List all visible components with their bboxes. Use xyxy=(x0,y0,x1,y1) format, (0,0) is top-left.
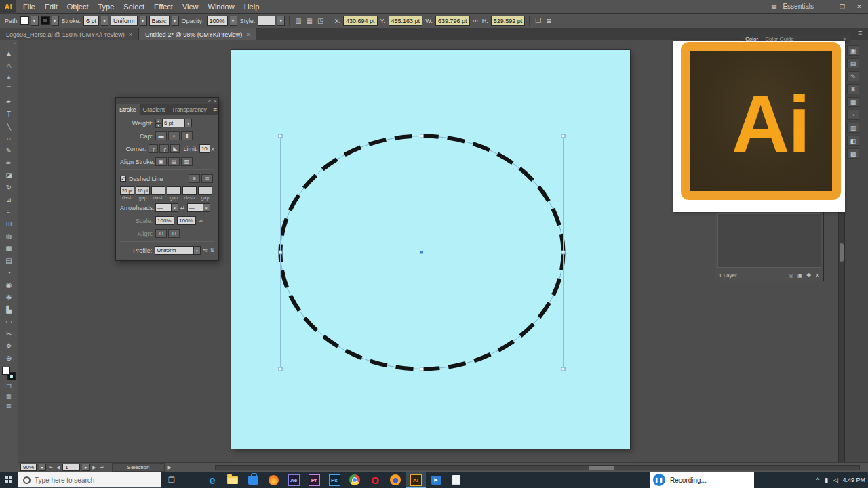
link-scale-icon[interactable]: ∞ xyxy=(199,218,203,224)
menu-object[interactable]: Object xyxy=(62,0,94,14)
butt-cap-button[interactable]: ▬ xyxy=(155,131,167,140)
menu-view[interactable]: View xyxy=(178,0,203,14)
draw-normal-mode-icon[interactable]: ❐ xyxy=(0,382,18,391)
recording-notification[interactable]: ❚❚ Recording... xyxy=(650,472,754,488)
dock-panel-icon-stroke[interactable]: ▦ xyxy=(847,97,859,107)
opacity-field[interactable]: 100% xyxy=(207,16,228,26)
zoom-level-field[interactable]: 90% xyxy=(20,464,37,471)
dock-panel-icon-brushes[interactable]: ✎ xyxy=(847,71,859,81)
weight-dropdown-icon[interactable]: ▾ xyxy=(185,119,192,127)
miter-join-button[interactable]: ┌ xyxy=(149,144,158,153)
vertical-scrollbar-thumb[interactable] xyxy=(840,243,844,262)
panel-menu-icon[interactable]: ≣ xyxy=(210,104,220,115)
fill-dropdown-icon[interactable]: ▾ xyxy=(31,16,39,26)
menu-help[interactable]: Help xyxy=(239,0,264,14)
fill-swatch[interactable] xyxy=(20,16,29,25)
pause-recording-button[interactable]: ❚❚ xyxy=(653,474,665,486)
taskbar-clock[interactable]: 4:49 PM xyxy=(837,472,865,488)
gap-field-2[interactable] xyxy=(167,186,181,195)
draw-behind-mode-icon[interactable]: ▦ xyxy=(0,391,18,401)
align-dash-button[interactable]: ≣ xyxy=(201,174,213,183)
flip-across-icon[interactable]: ⇅ xyxy=(210,247,214,253)
brush-dropdown-icon[interactable]: ▾ xyxy=(172,16,179,26)
stepper-up-icon[interactable]: ▴ xyxy=(155,119,161,123)
arrowhead-end-dropdown-icon[interactable]: ▾ xyxy=(203,203,210,212)
last-artboard-icon[interactable]: ⇥ xyxy=(99,465,104,470)
pencil-tool[interactable]: ✏ xyxy=(0,157,18,169)
panel-collapse-icon[interactable]: « xyxy=(208,99,211,104)
taskbar-app-notepad[interactable] xyxy=(446,472,467,488)
delete-layer-icon[interactable]: ✕ xyxy=(815,272,820,279)
width-profile-dropdown-icon[interactable]: ▾ xyxy=(140,16,147,26)
tab-close-icon[interactable]: × xyxy=(246,31,250,38)
stepper-down-icon[interactable]: ▾ xyxy=(155,123,161,128)
magic-wand-tool[interactable]: ✶ xyxy=(0,71,18,83)
weight-stepper[interactable]: ▴▾ xyxy=(155,119,161,127)
previous-artboard-icon[interactable]: ◀ xyxy=(56,465,60,470)
round-join-button[interactable]: ╭ xyxy=(159,144,169,153)
dock-panel-icon-symbols[interactable]: ❋ xyxy=(847,84,859,94)
tab-stroke[interactable]: Stroke xyxy=(116,104,140,115)
dock-panel-icon-color[interactable]: ▣ xyxy=(847,45,859,56)
h-field[interactable]: 529.592 pt xyxy=(491,16,526,26)
tab-transparency[interactable]: Transparency xyxy=(168,104,210,115)
taskbar-search[interactable] xyxy=(18,472,161,488)
taskbar-app-illustrator[interactable]: Ai xyxy=(406,472,426,488)
align-options-icon[interactable]: ▦ xyxy=(305,17,314,24)
y-field[interactable]: 455.163 pt xyxy=(389,16,423,26)
artboard-tool[interactable]: ▭ xyxy=(0,315,18,327)
taskbar-app-chrome[interactable] xyxy=(344,472,365,488)
task-view-icon[interactable]: ❐ xyxy=(161,472,182,488)
menu-effect[interactable]: Effect xyxy=(149,0,178,14)
mesh-tool[interactable]: ▦ xyxy=(0,242,18,254)
flip-along-icon[interactable]: ⇋ xyxy=(203,247,208,253)
arrowhead-start-select[interactable]: — xyxy=(155,203,172,212)
taskbar-app-flame[interactable] xyxy=(263,472,283,488)
menu-file[interactable]: File xyxy=(18,0,40,14)
width-profile-select[interactable]: Uniform xyxy=(111,16,138,26)
arrowhead-end-select[interactable]: — xyxy=(187,203,203,212)
dock-panel-icon-appearance[interactable]: ◧ xyxy=(847,136,859,146)
panel-close-icon[interactable]: × xyxy=(214,99,216,104)
workspace-grid-icon[interactable]: ▦ xyxy=(771,3,777,10)
hand-tool[interactable]: ✥ xyxy=(0,340,18,352)
taskbar-app-edge[interactable]: e xyxy=(202,472,222,488)
link-dimensions-icon[interactable]: ∞ xyxy=(472,17,479,24)
style-dropdown-icon[interactable]: ▾ xyxy=(277,16,285,26)
dashed-line-checkbox[interactable]: ✓ xyxy=(120,176,126,182)
gap-field-3[interactable] xyxy=(198,186,212,195)
style-select[interactable] xyxy=(258,16,275,26)
panel-menu-icon[interactable]: ≣ xyxy=(545,17,553,24)
document-tab-logo03-horse[interactable]: Logo03_Horse.ai @ 150% (CMYK/Preview) × xyxy=(0,28,139,40)
document-setup-icon[interactable]: ▥ xyxy=(294,17,302,24)
width-tool[interactable]: ≈ xyxy=(0,205,18,218)
screen-mode-icon[interactable]: ▥ xyxy=(0,401,18,410)
dock-panel-icon-transparency[interactable]: ▥ xyxy=(847,123,859,133)
tab-gradient[interactable]: Gradient xyxy=(140,104,169,115)
start-button[interactable] xyxy=(0,472,18,488)
layers-list[interactable] xyxy=(717,214,821,268)
make-mask-icon[interactable]: ▣ xyxy=(797,272,803,279)
opacity-dropdown-icon[interactable]: ▾ xyxy=(230,16,237,26)
scale-end-field[interactable]: 100% xyxy=(177,216,196,225)
brush-select[interactable]: Basic xyxy=(149,16,170,26)
arrow-inside-button[interactable]: ⊔ xyxy=(168,229,180,238)
swap-arrowheads-icon[interactable]: ⇄ xyxy=(180,205,185,211)
stroke-panel-link[interactable]: Stroke: xyxy=(62,18,81,24)
weight-field[interactable]: 6 pt xyxy=(162,119,185,127)
x-field[interactable]: 430.694 pt xyxy=(343,16,378,26)
type-tool[interactable]: T xyxy=(0,108,18,120)
search-input[interactable] xyxy=(35,476,143,484)
limit-field[interactable]: 10 xyxy=(199,144,210,153)
arrow-extend-button[interactable]: ⊓ xyxy=(155,229,167,238)
dash-field-1[interactable]: 20 pt xyxy=(120,186,134,195)
menu-window[interactable]: Window xyxy=(203,0,239,14)
first-artboard-icon[interactable]: ⇤ xyxy=(48,465,54,470)
menu-select[interactable]: Select xyxy=(119,0,149,14)
zoom-tool[interactable]: ⊕ xyxy=(0,352,18,364)
taskbar-app-opera[interactable]: O xyxy=(365,472,385,488)
minimize-button[interactable]: ─ xyxy=(820,3,831,10)
align-center-button[interactable]: ▣ xyxy=(155,157,167,166)
scale-tool[interactable]: ⊿ xyxy=(0,193,18,205)
eraser-tool[interactable]: ◪ xyxy=(0,169,18,181)
